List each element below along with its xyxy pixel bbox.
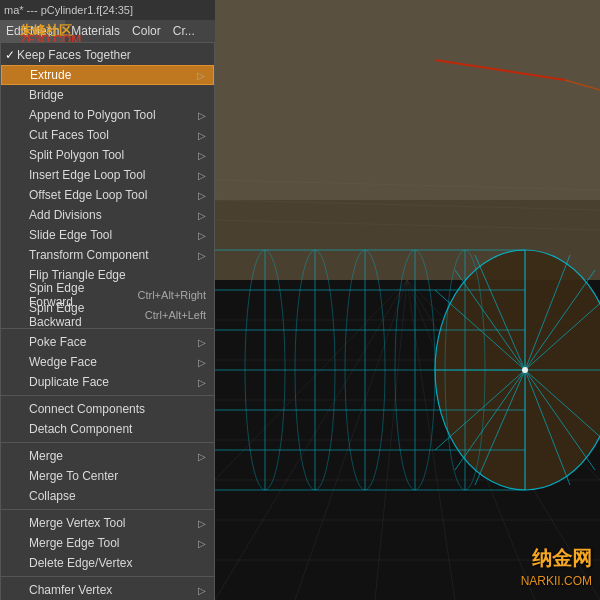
menu-item-label: Connect Components bbox=[29, 402, 206, 416]
menu-item-label: Extrude bbox=[30, 68, 197, 82]
submenu-arrow-icon: ▷ bbox=[197, 70, 205, 81]
submenu-arrow-icon: ▷ bbox=[198, 150, 206, 161]
submenu-arrow-icon: ▷ bbox=[198, 377, 206, 388]
submenu-arrow-icon: ▷ bbox=[198, 250, 206, 261]
menu-item-label: Spin Edge Backward bbox=[29, 301, 137, 329]
menu-item-label: Insert Edge Loop Tool bbox=[29, 168, 198, 182]
menu-item-spin-edge-backward[interactable]: Spin Edge BackwardCtrl+Alt+Left bbox=[1, 305, 214, 325]
menu-item-label: Merge bbox=[29, 449, 198, 463]
submenu-arrow-icon: ▷ bbox=[198, 451, 206, 462]
menu-item-label: Merge Vertex Tool bbox=[29, 516, 198, 530]
menu-item-poke-face[interactable]: Poke Face▷ bbox=[1, 332, 214, 352]
submenu-arrow-icon: ▷ bbox=[198, 585, 206, 596]
menu-item-label: Slide Edge Tool bbox=[29, 228, 198, 242]
menu-item-label: Offset Edge Loop Tool bbox=[29, 188, 198, 202]
menu-item-label: Collapse bbox=[29, 489, 206, 503]
submenu-arrow-icon: ▷ bbox=[198, 210, 206, 221]
narkii-sub: NARKII.COM bbox=[521, 574, 592, 588]
menu-item-label: Keep Faces Together bbox=[17, 48, 206, 62]
submenu-arrow-icon: ▷ bbox=[198, 170, 206, 181]
menu-item-label: Merge Edge Tool bbox=[29, 536, 198, 550]
menu-item-offset-edge-loop-tool[interactable]: Offset Edge Loop Tool▷ bbox=[1, 185, 214, 205]
menu-item-label: Cut Faces Tool bbox=[29, 128, 198, 142]
menu-item-add-divisions[interactable]: Add Divisions▷ bbox=[1, 205, 214, 225]
menu-item-duplicate-face[interactable]: Duplicate Face▷ bbox=[1, 372, 214, 392]
menu-item-extrude[interactable]: Extrude▷ bbox=[1, 65, 214, 85]
menu-item-delete-edge-vertex[interactable]: Delete Edge/Vertex bbox=[1, 553, 214, 573]
submenu-arrow-icon: ▷ bbox=[198, 357, 206, 368]
menu-item-detach-component[interactable]: Detach Component bbox=[1, 419, 214, 439]
menu-color[interactable]: Color bbox=[126, 20, 167, 42]
menu-separator bbox=[1, 395, 214, 396]
menu-more[interactable]: Cr... bbox=[167, 20, 201, 42]
menu-separator bbox=[1, 509, 214, 510]
submenu-arrow-icon: ▷ bbox=[198, 230, 206, 241]
menu-item-connect-components[interactable]: Connect Components bbox=[1, 399, 214, 419]
submenu-arrow-icon: ▷ bbox=[198, 337, 206, 348]
check-icon: ✓ bbox=[5, 48, 17, 62]
menu-item-merge-to-center[interactable]: Merge To Center bbox=[1, 466, 214, 486]
menu-item-label: Bridge bbox=[29, 88, 206, 102]
menu-item-merge[interactable]: Merge▷ bbox=[1, 446, 214, 466]
menu-item-cut-faces-tool[interactable]: Cut Faces Tool▷ bbox=[1, 125, 214, 145]
menu-item-label: Detach Component bbox=[29, 422, 206, 436]
menu-item-label: Split Polygon Tool bbox=[29, 148, 198, 162]
menu-item-append-to-polygon-tool[interactable]: Append to Polygon Tool▷ bbox=[1, 105, 214, 125]
menu-item-label: Merge To Center bbox=[29, 469, 206, 483]
shortcut-label: Ctrl+Alt+Left bbox=[145, 309, 206, 321]
menu-separator bbox=[1, 576, 214, 577]
menu-item-keep-faces-together[interactable]: ✓Keep Faces Together bbox=[1, 45, 214, 65]
scene-svg bbox=[215, 0, 600, 600]
top-bar: ma* --- pCylinder1.f[24:35] bbox=[0, 0, 215, 20]
menu-item-merge-edge-tool[interactable]: Merge Edge Tool▷ bbox=[1, 533, 214, 553]
menu-item-merge-vertex-tool[interactable]: Merge Vertex Tool▷ bbox=[1, 513, 214, 533]
shortcut-label: Ctrl+Alt+Right bbox=[138, 289, 206, 301]
menu-item-label: Delete Edge/Vertex bbox=[29, 556, 206, 570]
viewport: ma* --- pCylinder1.f[24:35] Edit Mesh Ma… bbox=[0, 0, 600, 600]
window-title: ma* --- pCylinder1.f[24:35] bbox=[4, 4, 133, 16]
menu-item-label: Transform Component bbox=[29, 248, 198, 262]
menu-item-collapse[interactable]: Collapse bbox=[1, 486, 214, 506]
menu-item-label: Flip Triangle Edge bbox=[29, 268, 206, 282]
menu-separator bbox=[1, 442, 214, 443]
menu-item-label: Duplicate Face bbox=[29, 375, 198, 389]
submenu-arrow-icon: ▷ bbox=[198, 130, 206, 141]
menu-item-chamfer-vertex[interactable]: Chamfer Vertex▷ bbox=[1, 580, 214, 600]
submenu-arrow-icon: ▷ bbox=[198, 110, 206, 121]
menu-item-insert-edge-loop-tool[interactable]: Insert Edge Loop Tool▷ bbox=[1, 165, 214, 185]
menu-item-wedge-face[interactable]: Wedge Face▷ bbox=[1, 352, 214, 372]
menu-item-label: Append to Polygon Tool bbox=[29, 108, 198, 122]
submenu-arrow-icon: ▷ bbox=[198, 190, 206, 201]
menu-item-bridge[interactable]: Bridge bbox=[1, 85, 214, 105]
menu-item-label: Add Divisions bbox=[29, 208, 198, 222]
menu-item-label: Chamfer Vertex bbox=[29, 583, 198, 597]
dropdown-menu[interactable]: ✓Keep Faces TogetherExtrude▷BridgeAppend… bbox=[0, 42, 215, 600]
svg-point-55 bbox=[522, 367, 528, 373]
submenu-arrow-icon: ▷ bbox=[198, 538, 206, 549]
submenu-arrow-icon: ▷ bbox=[198, 518, 206, 529]
menu-item-transform-component[interactable]: Transform Component▷ bbox=[1, 245, 214, 265]
menu-item-slide-edge-tool[interactable]: Slide Edge Tool▷ bbox=[1, 225, 214, 245]
narkii-logo: 纳金网 bbox=[532, 545, 592, 572]
menu-item-split-polygon-tool[interactable]: Split Polygon Tool▷ bbox=[1, 145, 214, 165]
menu-item-label: Poke Face bbox=[29, 335, 198, 349]
menu-item-label: Wedge Face bbox=[29, 355, 198, 369]
